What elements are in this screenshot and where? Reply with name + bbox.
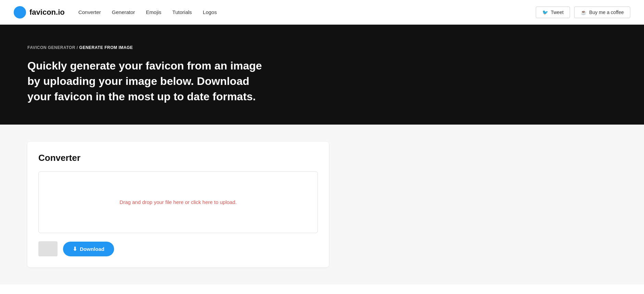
nav-item-tutorials[interactable]: Tutorials <box>172 9 192 15</box>
converter-card-title: Converter <box>38 153 318 163</box>
breadcrumb: FAVICON GENERATOR / GENERATE FROM IMAGE <box>27 45 617 50</box>
hero-title: Quickly generate your favicon from an im… <box>27 58 267 104</box>
placeholder-button[interactable] <box>38 241 58 256</box>
tweet-label: Tweet <box>551 10 564 15</box>
buy-coffee-button[interactable]: ☕ Buy me a coffee <box>574 7 630 18</box>
bottom-actions: ⬇ Download <box>38 241 318 256</box>
download-button[interactable]: ⬇ Download <box>63 242 114 256</box>
nav-links: Converter Generator Emojis Tutorials Log… <box>78 9 217 15</box>
main-content: Converter Drag and drop your file here o… <box>0 125 644 284</box>
navbar-left: favicon.io Converter Generator Emojis Tu… <box>14 6 217 18</box>
nav-item-logos[interactable]: Logos <box>203 9 217 15</box>
coffee-icon: ☕ <box>581 10 586 15</box>
nav-link-tutorials[interactable]: Tutorials <box>172 9 192 15</box>
dropzone-text: Drag and drop your file here or click he… <box>120 199 237 205</box>
dropzone[interactable]: Drag and drop your file here or click he… <box>38 171 318 233</box>
nav-link-generator[interactable]: Generator <box>112 9 135 15</box>
nav-item-generator[interactable]: Generator <box>112 9 135 15</box>
breadcrumb-part1: FAVICON GENERATOR <box>27 45 75 50</box>
logo-text: favicon.io <box>29 8 65 17</box>
breadcrumb-separator: / <box>75 45 79 50</box>
download-label: Download <box>80 246 104 252</box>
tweet-button[interactable]: 🐦 Tweet <box>536 7 570 18</box>
coffee-label: Buy me a coffee <box>589 10 624 15</box>
download-icon: ⬇ <box>73 246 77 252</box>
breadcrumb-part2: GENERATE FROM IMAGE <box>79 45 133 50</box>
nav-link-emojis[interactable]: Emojis <box>146 9 161 15</box>
nav-item-emojis[interactable]: Emojis <box>146 9 161 15</box>
twitter-icon: 🐦 <box>542 10 548 15</box>
logo-icon <box>14 6 26 18</box>
hero-section: FAVICON GENERATOR / GENERATE FROM IMAGE … <box>0 25 644 125</box>
converter-card: Converter Drag and drop your file here o… <box>27 142 329 267</box>
logo-link[interactable]: favicon.io <box>14 6 65 18</box>
nav-item-converter[interactable]: Converter <box>78 9 101 15</box>
nav-link-logos[interactable]: Logos <box>203 9 217 15</box>
navbar: favicon.io Converter Generator Emojis Tu… <box>0 0 644 25</box>
nav-link-converter[interactable]: Converter <box>78 9 101 15</box>
navbar-right: 🐦 Tweet ☕ Buy me a coffee <box>536 7 630 18</box>
